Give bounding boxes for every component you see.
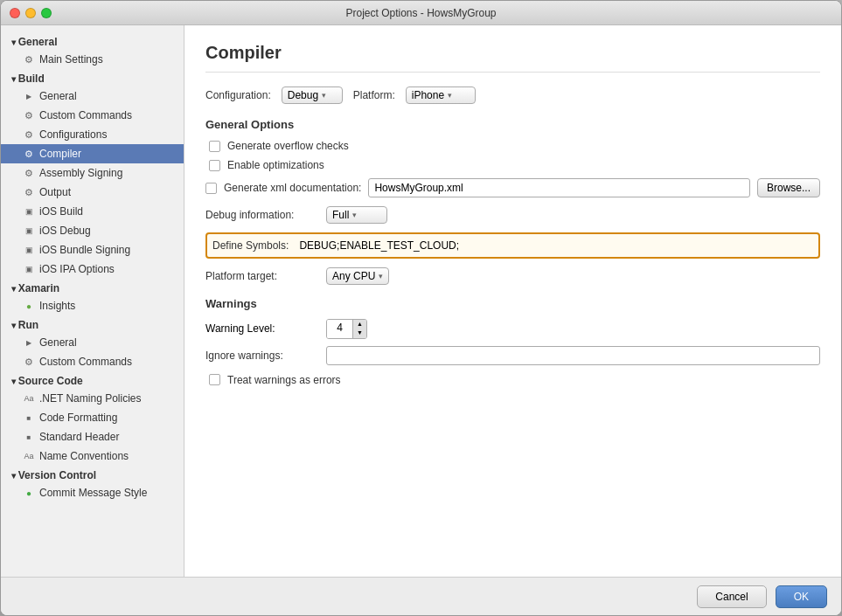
config-row: Configuration: Debug ▾ Platform: iPhone … (205, 87, 820, 104)
debug-info-value: Full (332, 209, 349, 221)
main-window: Project Options - HowsMyGroup General Ma… (0, 0, 842, 616)
optimize-checkbox[interactable] (209, 160, 220, 171)
sidebar-item-general[interactable]: General (1, 87, 184, 106)
chevron-down-icon-platform: ▾ (448, 91, 452, 100)
sidebar-label-standard-header: Standard Header (39, 431, 119, 443)
general-options-title: General Options (205, 118, 820, 131)
sidebar-item-custom-commands[interactable]: Custom Commands (1, 106, 184, 125)
debug-info-label: Debug information: (205, 209, 319, 221)
sidebar-label-name-conventions: Name Conventions (39, 450, 129, 462)
define-symbols-label: Define Symbols: (212, 239, 289, 252)
sidebar-item-configurations[interactable]: Configurations (1, 125, 184, 144)
window-body: General Main Settings Build General Cust… (1, 25, 841, 577)
treat-warnings-checkbox[interactable] (209, 374, 220, 385)
ignore-warnings-input[interactable] (326, 346, 820, 365)
page-title: Compiler (205, 43, 820, 73)
sidebar-item-compiler[interactable]: Compiler (1, 144, 184, 163)
sidebar-label-ios-debug: iOS Debug (39, 225, 91, 237)
chevron-down-icon: ▾ (322, 91, 326, 100)
platform-value: iPhone (412, 89, 444, 101)
platform-dropdown[interactable]: iPhone ▾ (406, 87, 476, 104)
sidebar-label-run-general: General (39, 336, 77, 349)
gear-icon-output (22, 185, 36, 199)
sidebar-item-ios-ipa[interactable]: iOS IPA Options (1, 260, 184, 279)
sidebar-label-ios-ipa: iOS IPA Options (39, 263, 115, 275)
gear-icon-run-custom (22, 355, 36, 369)
warning-level-spinner: 4 ▲ ▼ (326, 319, 367, 339)
sidebar-label-code-formatting: Code Formatting (39, 412, 117, 424)
version-icon (22, 486, 36, 500)
sidebar-item-run-custom-commands[interactable]: Custom Commands (1, 352, 184, 371)
config-dropdown[interactable]: Debug ▾ (282, 87, 343, 104)
arrow-icon-run (22, 336, 36, 350)
sidebar-label-main-settings: Main Settings (39, 53, 103, 66)
ok-button[interactable]: OK (776, 585, 827, 608)
arrow-icon (22, 89, 36, 103)
sidebar-label-run-custom: Custom Commands (39, 356, 132, 368)
define-symbols-row: Define Symbols: (205, 232, 820, 259)
xml-doc-row: Generate xml documentation: Browse... (205, 178, 820, 197)
sidebar-label-ios-bundle-signing: iOS Bundle Signing (39, 244, 130, 256)
spinner-arrows: ▲ ▼ (353, 320, 366, 338)
overflow-checkbox[interactable] (209, 141, 220, 152)
xml-doc-checkbox[interactable] (205, 183, 217, 194)
sidebar-item-ios-bundle-signing[interactable]: iOS Bundle Signing (1, 240, 184, 260)
warning-level-label: Warning Level: (205, 322, 319, 335)
sidebar-label-commit-message: Commit Message Style (39, 487, 147, 499)
debug-info-dropdown[interactable]: Full ▾ (326, 206, 387, 224)
sidebar: General Main Settings Build General Cust… (1, 25, 184, 577)
sidebar-item-run-general[interactable]: General (1, 333, 184, 352)
sidebar-item-assembly-signing[interactable]: Assembly Signing (1, 163, 184, 183)
source-icon-header (22, 430, 36, 444)
sidebar-label-custom-commands: Custom Commands (39, 109, 132, 121)
sidebar-item-net-naming[interactable]: .NET Naming Policies (1, 389, 184, 408)
sidebar-label-compiler: Compiler (39, 148, 81, 160)
chevron-down-icon-platform-target: ▾ (379, 272, 383, 280)
ios-icon-debug (22, 224, 36, 238)
sidebar-item-output[interactable]: Output (1, 183, 184, 202)
minimize-button[interactable] (25, 8, 36, 18)
titlebar: Project Options - HowsMyGroup (1, 1, 841, 25)
sidebar-item-insights[interactable]: Insights (1, 296, 184, 315)
overflow-label: Generate overflow checks (227, 140, 349, 152)
optimize-label: Enable optimizations (227, 159, 324, 171)
sidebar-item-ios-debug[interactable]: iOS Debug (1, 221, 184, 240)
warnings-section: Warnings Warning Level: 4 ▲ ▼ Ignore war… (205, 297, 820, 386)
xml-doc-label: Generate xml documentation: (224, 182, 361, 194)
sidebar-section-xamarin[interactable]: Xamarin (1, 279, 184, 296)
optimize-option-row: Enable optimizations (205, 159, 820, 171)
browse-button[interactable]: Browse... (757, 178, 820, 197)
sidebar-label-net-naming: .NET Naming Policies (39, 392, 141, 405)
sidebar-item-code-formatting[interactable]: Code Formatting (1, 408, 184, 427)
ignore-warnings-row: Ignore warnings: (205, 346, 820, 365)
sidebar-section-build[interactable]: Build (1, 69, 184, 87)
sidebar-item-name-conventions[interactable]: Name Conventions (1, 446, 184, 466)
overflow-option-row: Generate overflow checks (205, 140, 820, 152)
sidebar-section-version-control[interactable]: Version Control (1, 466, 184, 483)
warnings-title: Warnings (205, 297, 820, 310)
gear-icon-config (22, 128, 36, 142)
xamarin-icon (22, 299, 36, 313)
spinner-down-button[interactable]: ▼ (353, 329, 366, 337)
gear-icon (22, 52, 36, 66)
sidebar-item-main-settings[interactable]: Main Settings (1, 50, 184, 69)
sidebar-item-commit-message[interactable]: Commit Message Style (1, 483, 184, 502)
maximize-button[interactable] (41, 8, 52, 18)
platform-target-dropdown[interactable]: Any CPU ▾ (326, 267, 389, 285)
chevron-down-icon-debug: ▾ (352, 211, 357, 219)
sidebar-item-standard-header[interactable]: Standard Header (1, 427, 184, 446)
define-symbols-input[interactable] (296, 238, 813, 253)
ios-icon-bundle (22, 243, 36, 257)
close-button[interactable] (10, 8, 20, 18)
cancel-button[interactable]: Cancel (697, 585, 766, 608)
sidebar-section-run[interactable]: Run (1, 315, 184, 333)
ios-icon-ipa (22, 262, 36, 276)
sidebar-section-general[interactable]: General (1, 32, 184, 50)
xml-doc-input[interactable] (368, 178, 750, 197)
sidebar-label-ios-build: iOS Build (39, 205, 83, 218)
sidebar-section-source-code[interactable]: Source Code (1, 371, 184, 389)
treat-warnings-row: Treat warnings as errors (205, 374, 820, 386)
platform-target-label: Platform target: (205, 270, 319, 282)
sidebar-item-ios-build[interactable]: iOS Build (1, 202, 184, 221)
spinner-up-button[interactable]: ▲ (353, 320, 366, 329)
